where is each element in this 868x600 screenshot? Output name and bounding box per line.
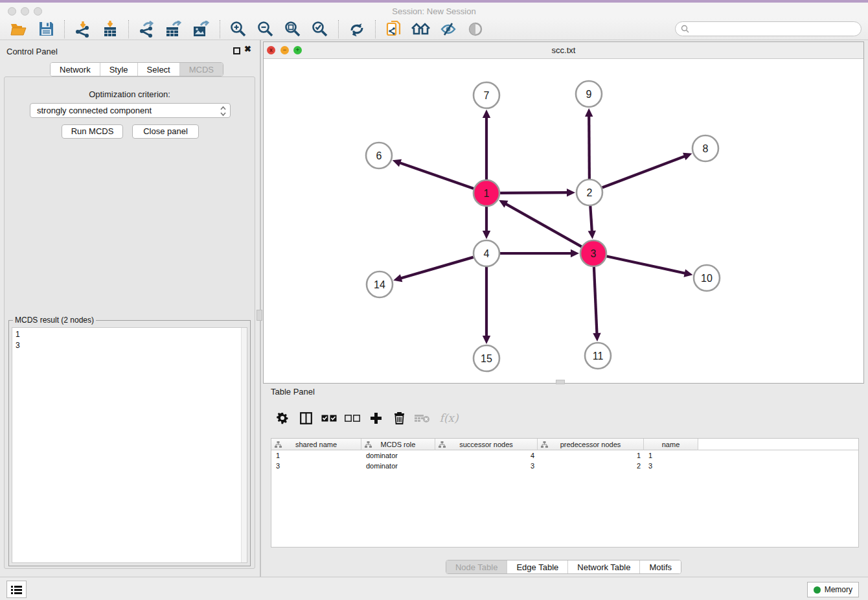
optimization-criterion-label: Optimization criterion: bbox=[5, 89, 255, 99]
export-network-icon[interactable] bbox=[136, 19, 158, 39]
result-scrollbar[interactable] bbox=[241, 328, 247, 562]
graph-edge[interactable] bbox=[590, 206, 592, 232]
column-header-name[interactable]: name bbox=[644, 439, 698, 450]
node-table: shared name MCDS role successor nodes pr… bbox=[271, 438, 859, 548]
table-header-filler bbox=[698, 439, 858, 450]
delete-column-icon[interactable] bbox=[387, 406, 411, 430]
mcds-result-list[interactable]: 1 3 bbox=[12, 327, 247, 563]
graph-edge-arrowhead-icon bbox=[588, 231, 596, 239]
graph-edge-arrowhead-icon bbox=[683, 270, 692, 277]
delete-table-icon[interactable] bbox=[411, 406, 434, 430]
graph-edge[interactable] bbox=[400, 257, 474, 279]
result-line: 1 bbox=[16, 329, 247, 340]
graph-edge[interactable] bbox=[399, 163, 474, 189]
table-panel: Table Panel ✖ bbox=[263, 386, 864, 577]
table-tab-group: Node Table Edge Table Network Table Moti… bbox=[446, 560, 681, 574]
table-header-row: shared name MCDS role successor nodes pr… bbox=[271, 439, 858, 450]
graph-edge[interactable] bbox=[602, 156, 686, 188]
graph-edge-arrowhead-icon bbox=[393, 159, 402, 167]
graph-node-label: 4 bbox=[484, 248, 490, 259]
graph-edge-arrowhead-icon bbox=[567, 189, 575, 196]
zoom-fit-icon[interactable] bbox=[282, 19, 304, 39]
titlebar: Session: New Session bbox=[0, 3, 868, 18]
network-window-titlebar: x − + scc.txt bbox=[264, 42, 863, 59]
tab-edge-table[interactable]: Edge Table bbox=[507, 560, 567, 573]
attribute-icon bbox=[275, 441, 282, 448]
tab-style[interactable]: Style bbox=[100, 63, 137, 76]
column-header-successor-nodes[interactable]: successor nodes bbox=[435, 439, 538, 450]
zoom-selected-icon[interactable] bbox=[309, 19, 331, 39]
select-all-icon[interactable] bbox=[317, 406, 341, 430]
apply-layout-icon[interactable] bbox=[346, 19, 368, 39]
graph-edge[interactable] bbox=[500, 192, 568, 193]
table-tabs: Node Table Edge Table Network Table Moti… bbox=[263, 560, 864, 574]
graph-node-label: 7 bbox=[484, 90, 490, 101]
network-window-title: scc.txt bbox=[264, 45, 863, 55]
tab-motifs[interactable]: Motifs bbox=[639, 560, 681, 573]
duplicate-network-icon[interactable] bbox=[383, 19, 405, 39]
run-mcds-button[interactable]: Run MCDS bbox=[62, 124, 123, 139]
graph-node-label: 6 bbox=[376, 150, 382, 161]
application-window: Session: New Session bbox=[0, 0, 868, 600]
graph-node-label: 10 bbox=[701, 273, 713, 284]
table-row[interactable]: 3 dominator 3 2 3 bbox=[271, 461, 858, 471]
graph-edge[interactable] bbox=[594, 267, 597, 334]
graph-node-label: 3 bbox=[591, 248, 597, 259]
panel-splitter[interactable] bbox=[260, 40, 261, 577]
float-panel-icon[interactable] bbox=[233, 47, 240, 54]
graph-node-label: 9 bbox=[586, 89, 592, 100]
column-header-predecessor-nodes[interactable]: predecessor nodes bbox=[538, 439, 644, 450]
task-history-button[interactable] bbox=[6, 581, 27, 598]
export-table-icon[interactable] bbox=[163, 19, 185, 39]
tab-select[interactable]: Select bbox=[137, 63, 179, 76]
main-toolbar bbox=[0, 18, 868, 40]
status-bar: Memory bbox=[0, 577, 868, 600]
memory-label: Memory bbox=[825, 585, 852, 594]
tab-node-table[interactable]: Node Table bbox=[446, 560, 507, 573]
column-header-shared-name[interactable]: shared name bbox=[271, 439, 361, 450]
network-canvas[interactable]: 7968124314101511 bbox=[264, 59, 863, 383]
select-stepper-icon bbox=[220, 106, 226, 119]
mcds-result-title: MCDS result (2 nodes) bbox=[13, 316, 96, 325]
graph-node-label: 2 bbox=[587, 187, 593, 198]
close-panel-icon[interactable]: ✖ bbox=[244, 44, 251, 54]
graph-edge[interactable] bbox=[505, 203, 582, 246]
import-network-icon[interactable] bbox=[72, 19, 94, 39]
graph-edge-arrowhead-icon bbox=[571, 249, 579, 257]
function-builder-icon[interactable]: f(x) bbox=[434, 406, 464, 430]
panel-splitter-handle[interactable] bbox=[257, 310, 262, 321]
criterion-select[interactable]: strongly connected component bbox=[30, 103, 231, 118]
toolbar-separator bbox=[338, 20, 339, 38]
graph-node-label: 11 bbox=[593, 351, 604, 362]
graph-node-label: 1 bbox=[484, 188, 490, 199]
home-icon[interactable] bbox=[410, 19, 432, 39]
table-row[interactable]: 1 dominator 4 1 1 bbox=[271, 450, 858, 461]
export-image-icon[interactable] bbox=[190, 19, 212, 39]
hide-panel-icon[interactable] bbox=[437, 19, 459, 39]
column-header-mcds-role[interactable]: MCDS role bbox=[361, 439, 435, 450]
control-panel-header: Control Panel ✖ bbox=[0, 45, 259, 60]
import-table-icon[interactable] bbox=[99, 19, 121, 39]
save-session-icon[interactable] bbox=[35, 19, 57, 39]
graph-edge[interactable] bbox=[589, 115, 589, 179]
horizontal-splitter-handle[interactable] bbox=[556, 380, 565, 384]
tab-network-table[interactable]: Network Table bbox=[567, 560, 639, 573]
zoom-in-icon[interactable] bbox=[227, 19, 249, 39]
memory-button[interactable]: Memory bbox=[807, 582, 859, 597]
zoom-out-icon[interactable] bbox=[255, 19, 277, 39]
attribute-icon bbox=[439, 441, 446, 448]
table-panel-title: Table Panel bbox=[263, 387, 315, 397]
deselect-all-icon[interactable] bbox=[341, 406, 364, 430]
tab-network[interactable]: Network bbox=[51, 63, 100, 76]
open-file-icon[interactable] bbox=[8, 19, 30, 39]
memory-status-icon bbox=[814, 586, 821, 594]
table-settings-icon[interactable] bbox=[271, 406, 294, 430]
column-view-icon[interactable] bbox=[294, 406, 317, 430]
graph-edge[interactable] bbox=[607, 256, 686, 273]
tab-mcds[interactable]: MCDS bbox=[179, 63, 223, 76]
show-panel-icon[interactable] bbox=[464, 19, 486, 39]
add-column-icon[interactable] bbox=[364, 406, 387, 430]
close-panel-button[interactable]: Close panel bbox=[132, 124, 199, 139]
search-input[interactable] bbox=[675, 21, 862, 36]
toolbar-separator bbox=[128, 20, 129, 38]
